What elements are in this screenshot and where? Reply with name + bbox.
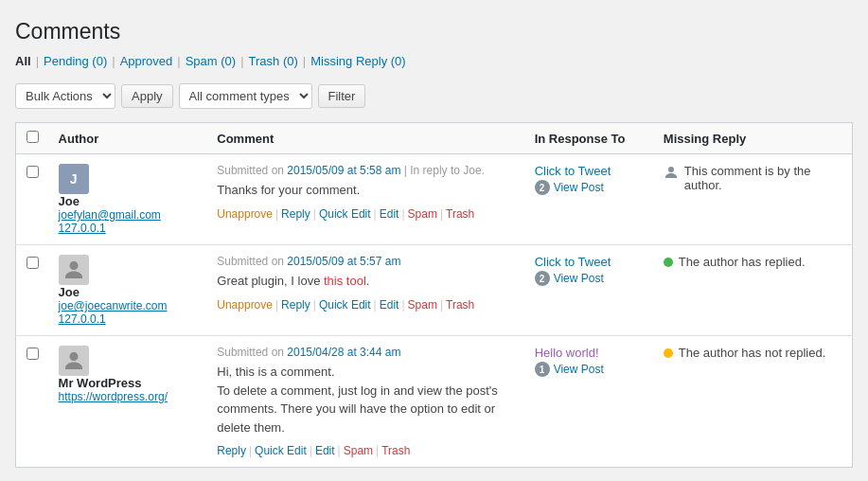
response-cell-3: Hello world! 1 View Post: [525, 336, 654, 468]
spam-link[interactable]: Spam: [408, 298, 437, 312]
comment-text-link[interactable]: this tool: [324, 274, 366, 288]
avatar: [59, 255, 89, 285]
comment-type-select[interactable]: All comment types: [179, 83, 312, 109]
comment-body: Great plugin, I love this tool.: [217, 272, 515, 291]
view-post-link-1[interactable]: View Post: [554, 181, 604, 194]
response-cell-2: Click to Tweet 2 View Post: [525, 245, 654, 336]
view-post-link-2[interactable]: View Post: [554, 272, 604, 285]
response-col-header: In Response To: [525, 123, 654, 154]
unapprove-link[interactable]: Unapprove: [217, 298, 273, 312]
filter-all[interactable]: All: [15, 54, 31, 68]
reply-link[interactable]: Reply: [281, 207, 310, 221]
row-checkbox[interactable]: [27, 166, 39, 178]
toolbar: Bulk Actions Apply All comment types Fil…: [15, 78, 853, 115]
click-to-tweet-link-1[interactable]: Click to Tweet: [535, 164, 645, 178]
row-checkbox[interactable]: [27, 257, 39, 269]
comment-cell-1: Submitted on 2015/05/09 at 5:58 am | In …: [207, 154, 524, 245]
missing-reply-text-2: The author has replied.: [679, 255, 806, 269]
table-row: Joe joe@joecanwrite.com 127.0.0.1 Submit…: [16, 245, 853, 336]
table-row: J Joe joefylan@gmail.com 127.0.0.1 Submi…: [16, 154, 853, 245]
view-post-badge-3: 1: [535, 362, 550, 377]
spam-link[interactable]: Spam: [408, 207, 437, 221]
row-actions: Unapprove | Reply | Quick Edit | Edit | …: [217, 298, 515, 312]
view-post-link-3[interactable]: View Post: [554, 363, 604, 376]
page-title: Comments: [15, 19, 853, 45]
author-url[interactable]: https://wordpress.org/: [59, 390, 199, 403]
author-icon: [664, 165, 679, 184]
author-cell-1: J Joe joefylan@gmail.com 127.0.0.1: [49, 154, 208, 245]
author-email[interactable]: joefylan@gmail.com: [59, 208, 199, 222]
quickedit-link[interactable]: Quick Edit: [319, 207, 371, 221]
row-checkbox-cell: [16, 245, 49, 336]
missing-reply-text-3: The author has not replied.: [679, 346, 825, 360]
quickedit-link[interactable]: Quick Edit: [319, 298, 371, 312]
author-name: Mr WordPress: [59, 376, 199, 390]
author-name: Joe: [59, 285, 199, 299]
view-post-badge-2: 2: [535, 271, 550, 286]
trash-link[interactable]: Trash: [381, 444, 410, 457]
filter-missing-reply[interactable]: Missing Reply (0): [310, 54, 405, 68]
apply-button[interactable]: Apply: [121, 84, 173, 108]
comment-date-link[interactable]: 2015/05/09 at 5:57 am: [287, 255, 400, 268]
edit-link[interactable]: Edit: [380, 207, 399, 221]
comment-body: Thanks for your comment.: [217, 181, 515, 200]
missing-reply-col-header: Missing Reply: [654, 123, 853, 154]
filter-trash[interactable]: Trash (0): [249, 54, 298, 68]
hello-world-link[interactable]: Hello world!: [535, 346, 645, 360]
comment-meta: Submitted on 2015/04/28 at 3:44 am: [217, 346, 515, 359]
row-checkbox-cell: [16, 154, 49, 245]
author-cell-3: Mr WordPress https://wordpress.org/: [49, 336, 208, 468]
missing-reply-text-1: This comment is by the author.: [684, 164, 842, 192]
replied-icon: [664, 258, 673, 267]
comment-date-link[interactable]: 2015/04/28 at 3:44 am: [287, 346, 400, 359]
comment-meta: Submitted on 2015/05/09 at 5:57 am: [217, 255, 515, 268]
comment-filter-nav: All | Pending (0) | Approved | Spam (0) …: [15, 54, 853, 68]
row-actions: Unapprove | Reply | Quick Edit | Edit | …: [217, 207, 515, 221]
edit-link[interactable]: Edit: [315, 444, 335, 457]
comment-date-link[interactable]: 2015/05/09 at 5:58 am: [287, 164, 400, 177]
comment-cell-2: Submitted on 2015/05/09 at 5:57 am Great…: [207, 245, 524, 336]
trash-link[interactable]: Trash: [446, 207, 474, 221]
missing-reply-cell-1: This comment is by the author.: [654, 154, 853, 245]
reply-link[interactable]: Reply: [217, 444, 246, 457]
unapprove-link[interactable]: Unapprove: [217, 207, 273, 221]
author-name: Joe: [59, 194, 199, 208]
missing-reply-cell-3: The author has not replied.: [654, 336, 853, 468]
comment-meta: Submitted on 2015/05/09 at 5:58 am | In …: [217, 164, 515, 177]
bulk-actions-select[interactable]: Bulk Actions: [15, 83, 115, 109]
comment-col-header: Comment: [207, 123, 524, 154]
response-cell-1: Click to Tweet 2 View Post: [525, 154, 654, 245]
author-email[interactable]: joe@joecanwrite.com: [59, 299, 199, 312]
filter-spam[interactable]: Spam (0): [186, 54, 236, 68]
filter-button[interactable]: Filter: [318, 84, 366, 108]
comments-table: Author Comment In Response To Missing Re…: [15, 122, 853, 468]
missing-reply-cell-2: The author has replied.: [654, 245, 853, 336]
spam-link[interactable]: Spam: [344, 444, 373, 457]
row-checkbox-cell: [16, 336, 49, 468]
filter-approved[interactable]: Approved: [120, 54, 173, 68]
reply-link[interactable]: Reply: [281, 298, 310, 312]
view-post-badge-1: 2: [535, 180, 550, 195]
table-row: Mr WordPress https://wordpress.org/ Subm…: [16, 336, 853, 468]
author-ip[interactable]: 127.0.0.1: [59, 222, 199, 235]
author-col-header: Author: [49, 123, 208, 154]
select-all-checkbox[interactable]: [27, 131, 39, 143]
click-to-tweet-link-2[interactable]: Click to Tweet: [535, 255, 645, 269]
filter-pending[interactable]: Pending (0): [44, 54, 107, 68]
select-all-col: [16, 123, 49, 154]
not-replied-icon: [664, 348, 673, 358]
avatar: [59, 346, 89, 376]
quickedit-link[interactable]: Quick Edit: [255, 444, 307, 457]
author-cell-2: Joe joe@joecanwrite.com 127.0.0.1: [49, 245, 208, 336]
comment-body: Hi, this is a comment. To delete a comme…: [217, 363, 515, 436]
author-ip[interactable]: 127.0.0.1: [59, 312, 199, 326]
comment-cell-3: Submitted on 2015/04/28 at 3:44 am Hi, t…: [207, 336, 524, 468]
trash-link[interactable]: Trash: [446, 298, 474, 312]
edit-link[interactable]: Edit: [380, 298, 399, 312]
avatar: J: [59, 164, 89, 194]
row-checkbox[interactable]: [27, 347, 39, 360]
row-actions: Reply | Quick Edit | Edit | Spam | Trash: [217, 444, 515, 457]
